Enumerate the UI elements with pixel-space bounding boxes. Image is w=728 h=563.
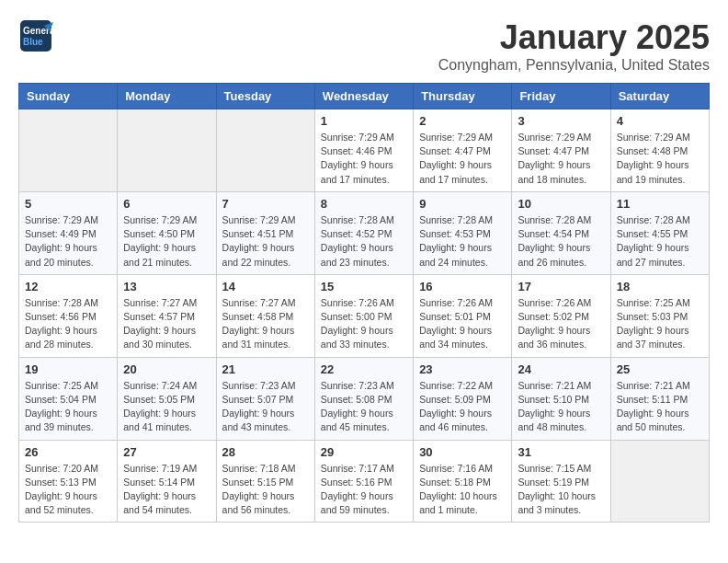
day-info: Sunrise: 7:29 AM Sunset: 4:49 PM Dayligh… [25,213,111,270]
calendar-cell: 6Sunrise: 7:29 AM Sunset: 4:50 PM Daylig… [118,191,216,274]
day-info: Sunrise: 7:26 AM Sunset: 5:00 PM Dayligh… [321,296,407,352]
calendar-cell [19,109,118,192]
day-info: Sunrise: 7:20 AM Sunset: 5:13 PM Dayligh… [25,462,111,518]
day-info: Sunrise: 7:25 AM Sunset: 5:03 PM Dayligh… [617,296,703,352]
calendar-cell [216,109,314,192]
calendar-cell: 23Sunrise: 7:22 AM Sunset: 5:09 PM Dayli… [414,357,512,440]
calendar-cell: 26Sunrise: 7:20 AM Sunset: 5:13 PM Dayli… [19,440,118,523]
calendar-cell: 16Sunrise: 7:26 AM Sunset: 5:01 PM Dayli… [414,274,512,357]
calendar-week-row: 5Sunrise: 7:29 AM Sunset: 4:49 PM Daylig… [19,191,710,274]
calendar-cell: 9Sunrise: 7:28 AM Sunset: 4:53 PM Daylig… [414,191,512,274]
calendar-cell: 29Sunrise: 7:17 AM Sunset: 5:16 PM Dayli… [314,440,413,523]
location-subtitle: Conyngham, Pennsylvania, United States [438,57,710,74]
calendar-cell: 4Sunrise: 7:29 AM Sunset: 4:48 PM Daylig… [610,109,709,192]
day-info: Sunrise: 7:29 AM Sunset: 4:47 PM Dayligh… [419,131,506,187]
calendar-cell: 24Sunrise: 7:21 AM Sunset: 5:10 PM Dayli… [512,357,610,440]
weekday-header: Saturday [610,84,709,109]
day-number: 13 [123,280,210,293]
day-number: 4 [617,114,703,128]
day-number: 6 [123,197,210,211]
calendar-header: SundayMondayTuesdayWednesdayThursdayFrid… [19,84,710,109]
day-number: 12 [25,280,111,293]
calendar-cell [118,109,216,192]
day-number: 14 [222,280,309,293]
day-number: 10 [518,197,604,211]
day-number: 26 [25,445,111,459]
calendar-cell: 30Sunrise: 7:16 AM Sunset: 5:18 PM Dayli… [414,440,512,523]
day-number: 31 [518,445,604,459]
day-info: Sunrise: 7:29 AM Sunset: 4:51 PM Dayligh… [222,213,309,270]
weekday-header: Thursday [414,84,512,109]
calendar-cell: 11Sunrise: 7:28 AM Sunset: 4:55 PM Dayli… [610,191,709,274]
day-info: Sunrise: 7:23 AM Sunset: 5:08 PM Dayligh… [321,379,407,435]
weekday-header: Tuesday [216,84,314,109]
day-number: 1 [321,114,407,128]
calendar-cell: 5Sunrise: 7:29 AM Sunset: 4:49 PM Daylig… [19,191,118,274]
calendar-cell: 13Sunrise: 7:27 AM Sunset: 4:57 PM Dayli… [118,274,216,357]
day-number: 27 [123,445,210,459]
calendar-cell: 28Sunrise: 7:18 AM Sunset: 5:15 PM Dayli… [216,440,314,523]
calendar-cell: 8Sunrise: 7:28 AM Sunset: 4:52 PM Daylig… [314,191,413,274]
day-info: Sunrise: 7:29 AM Sunset: 4:47 PM Dayligh… [518,131,604,187]
day-info: Sunrise: 7:24 AM Sunset: 5:05 PM Dayligh… [123,379,210,435]
day-number: 29 [321,445,407,459]
day-info: Sunrise: 7:21 AM Sunset: 5:10 PM Dayligh… [518,379,604,435]
weekday-header: Monday [118,84,216,109]
day-number: 5 [25,197,111,211]
day-number: 16 [419,280,506,293]
calendar-cell: 15Sunrise: 7:26 AM Sunset: 5:00 PM Dayli… [314,274,413,357]
calendar-week-row: 19Sunrise: 7:25 AM Sunset: 5:04 PM Dayli… [19,357,710,440]
calendar-cell [610,440,709,523]
calendar-cell: 31Sunrise: 7:15 AM Sunset: 5:19 PM Dayli… [512,440,610,523]
day-number: 2 [419,114,506,128]
logo-icon: General Blue [18,18,53,53]
day-number: 3 [518,114,604,128]
calendar-cell: 27Sunrise: 7:19 AM Sunset: 5:14 PM Dayli… [118,440,216,523]
calendar-cell: 19Sunrise: 7:25 AM Sunset: 5:04 PM Dayli… [19,357,118,440]
calendar-cell: 22Sunrise: 7:23 AM Sunset: 5:08 PM Dayli… [314,357,413,440]
calendar-cell: 12Sunrise: 7:28 AM Sunset: 4:56 PM Dayli… [19,274,118,357]
day-number: 9 [419,197,506,211]
day-number: 17 [518,280,604,293]
weekday-header: Sunday [19,84,118,109]
svg-text:Blue: Blue [23,37,43,47]
calendar-cell: 14Sunrise: 7:27 AM Sunset: 4:58 PM Dayli… [216,274,314,357]
day-number: 25 [617,362,703,376]
day-info: Sunrise: 7:16 AM Sunset: 5:18 PM Dayligh… [419,462,506,518]
day-number: 15 [321,280,407,293]
calendar-week-row: 26Sunrise: 7:20 AM Sunset: 5:13 PM Dayli… [19,440,710,523]
day-info: Sunrise: 7:21 AM Sunset: 5:11 PM Dayligh… [617,379,703,435]
calendar-cell: 7Sunrise: 7:29 AM Sunset: 4:51 PM Daylig… [216,191,314,274]
day-number: 30 [419,445,506,459]
day-number: 19 [25,362,111,376]
day-number: 24 [518,362,604,376]
day-info: Sunrise: 7:28 AM Sunset: 4:56 PM Dayligh… [25,296,111,352]
calendar-cell: 25Sunrise: 7:21 AM Sunset: 5:11 PM Dayli… [610,357,709,440]
day-info: Sunrise: 7:28 AM Sunset: 4:54 PM Dayligh… [518,213,604,270]
day-info: Sunrise: 7:18 AM Sunset: 5:15 PM Dayligh… [222,462,309,518]
month-title: January 2025 [438,18,710,57]
day-info: Sunrise: 7:29 AM Sunset: 4:50 PM Dayligh… [123,213,210,270]
day-info: Sunrise: 7:29 AM Sunset: 4:48 PM Dayligh… [617,131,703,187]
calendar-body: 1Sunrise: 7:29 AM Sunset: 4:46 PM Daylig… [19,109,710,523]
calendar-cell: 2Sunrise: 7:29 AM Sunset: 4:47 PM Daylig… [414,109,512,192]
calendar-cell: 21Sunrise: 7:23 AM Sunset: 5:07 PM Dayli… [216,357,314,440]
calendar-week-row: 1Sunrise: 7:29 AM Sunset: 4:46 PM Daylig… [19,109,710,192]
calendar: SundayMondayTuesdayWednesdayThursdayFrid… [18,83,710,523]
day-number: 7 [222,197,309,211]
day-number: 20 [123,362,210,376]
calendar-cell: 20Sunrise: 7:24 AM Sunset: 5:05 PM Dayli… [118,357,216,440]
calendar-cell: 18Sunrise: 7:25 AM Sunset: 5:03 PM Dayli… [610,274,709,357]
day-info: Sunrise: 7:26 AM Sunset: 5:02 PM Dayligh… [518,296,604,352]
day-info: Sunrise: 7:15 AM Sunset: 5:19 PM Dayligh… [518,462,604,518]
logo: General Blue [18,18,53,53]
day-info: Sunrise: 7:27 AM Sunset: 4:57 PM Dayligh… [123,296,210,352]
calendar-cell: 10Sunrise: 7:28 AM Sunset: 4:54 PM Dayli… [512,191,610,274]
calendar-week-row: 12Sunrise: 7:28 AM Sunset: 4:56 PM Dayli… [19,274,710,357]
day-info: Sunrise: 7:19 AM Sunset: 5:14 PM Dayligh… [123,462,210,518]
day-info: Sunrise: 7:17 AM Sunset: 5:16 PM Dayligh… [321,462,407,518]
day-info: Sunrise: 7:27 AM Sunset: 4:58 PM Dayligh… [222,296,309,352]
day-info: Sunrise: 7:23 AM Sunset: 5:07 PM Dayligh… [222,379,309,435]
day-info: Sunrise: 7:22 AM Sunset: 5:09 PM Dayligh… [419,379,506,435]
day-number: 28 [222,445,309,459]
